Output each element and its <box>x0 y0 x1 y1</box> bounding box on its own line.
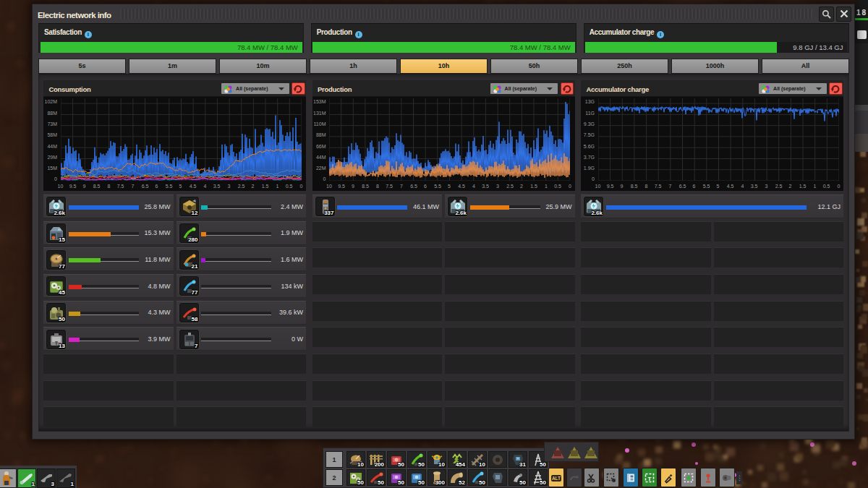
svg-text:T: T <box>647 476 651 482</box>
